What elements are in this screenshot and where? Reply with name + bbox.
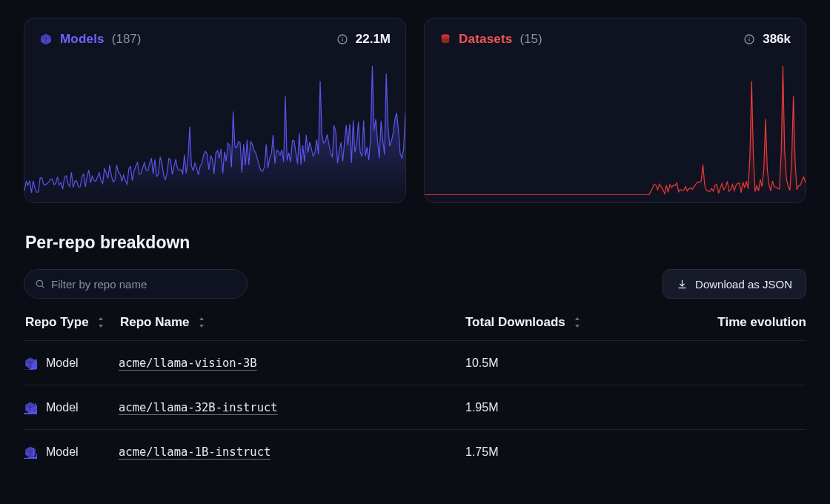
sort-icon [197,317,206,328]
cell-repo-name: acme/llama-vision-3B [119,357,465,370]
col-repo-type[interactable]: Repo Type [25,315,120,330]
cube-icon [24,401,37,414]
info-icon[interactable] [743,33,755,45]
download-icon [677,279,688,290]
svg-point-7 [36,280,42,286]
filter-input-wrap[interactable] [24,269,248,299]
datasets-card[interactable]: Datasets (15) 386k [424,18,806,203]
search-icon [35,279,45,289]
svg-point-6 [749,37,750,38]
table-row: Model acme/llama-1B-instruct 1.75M [24,429,806,474]
table-row: Model acme/llama-vision-3B 10.5M [24,340,806,385]
datasets-sparkline [425,63,806,195]
cube-icon [24,357,37,370]
cell-repo-type: Model [24,357,119,370]
cell-repo-name: acme/llama-1B-instruct [119,445,465,459]
cell-repo-type: Model [24,401,119,414]
sort-icon [96,317,105,328]
repo-table: Repo Type Repo Name Total Downloads Time… [24,315,806,474]
filter-input[interactable] [51,278,236,291]
info-icon[interactable] [336,33,348,45]
cell-repo-name: acme/llama-32B-instruct [119,401,465,414]
database-icon [439,33,451,45]
col-repo-name[interactable]: Repo Name [120,315,465,330]
cell-repo-type: Model [24,445,119,459]
repo-link[interactable]: acme/llama-1B-instruct [119,445,270,459]
cell-total-downloads: 1.75M [465,445,614,459]
models-title: Models [60,32,104,47]
download-json-button[interactable]: Download as JSON [663,269,806,299]
datasets-title: Datasets [459,32,512,47]
svg-line-8 [42,286,44,288]
col-time-evolution: Time evolution [614,315,806,330]
row-sparkline [614,441,806,474]
row-sparkline [614,352,806,385]
repo-link[interactable]: acme/llama-32B-instruct [119,401,278,414]
models-count: (187) [112,32,142,47]
models-sparkline [24,63,405,195]
svg-point-2 [342,37,342,38]
table-row: Model acme/llama-32B-instruct 1.95M [24,385,806,429]
models-card[interactable]: Models (187) 22.1M [24,18,406,203]
cell-total-downloads: 1.95M [465,401,614,414]
cube-icon [24,445,37,459]
section-title: Per-repo breakdown [25,233,806,253]
sort-icon [573,317,582,328]
cube-icon [39,33,53,46]
col-total-downloads[interactable]: Total Downloads [465,315,614,330]
repo-link[interactable]: acme/llama-vision-3B [119,357,257,370]
models-stat: 22.1M [356,32,391,47]
cell-total-downloads: 10.5M [465,357,614,370]
datasets-count: (15) [519,32,542,47]
download-json-label: Download as JSON [695,278,792,291]
row-sparkline [614,397,806,429]
datasets-stat: 386k [763,32,791,47]
